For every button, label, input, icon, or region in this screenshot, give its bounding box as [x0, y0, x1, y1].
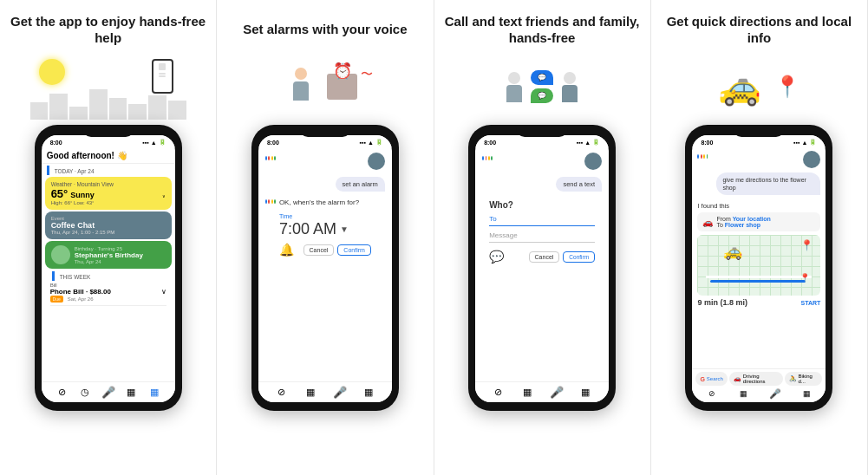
alarm-buttons: Cancel Confirm — [303, 244, 371, 256]
phone-notch-2 — [299, 125, 351, 137]
google-assistant-logo-3 — [482, 156, 493, 166]
birthday-name: Stephanie's Birthday — [75, 251, 143, 259]
nav-home-icon[interactable]: ▦ — [148, 387, 160, 399]
person-illustration-3b — [562, 72, 578, 102]
panel3-illustration: 💬 💬 — [443, 52, 642, 121]
assistant-response-2: OK, when's the alarm for? — [265, 198, 385, 210]
nav-keyboard-icon-4[interactable]: ▦ — [737, 387, 749, 400]
chat-bubbles: 💬 💬 — [531, 70, 553, 103]
directions-card: 🚗 From Your location To Flower shop — [697, 212, 820, 231]
buildings-illustration — [30, 89, 186, 120]
nav-keyboard-icon[interactable]: ▦ — [125, 387, 137, 399]
nav-explore-icon-4[interactable]: ⊘ — [706, 387, 718, 400]
panel4-illustration: 🚕 📍 — [660, 52, 858, 121]
weather-card: Weather · Mountain View 65° Sunny ∨ High… — [45, 177, 172, 210]
nav-mic-icon[interactable]: 🎤 — [102, 387, 114, 399]
panel-alarm: Set alarms with your voice ⏰ 〜 8:00 ▪▪▪▲… — [217, 0, 434, 475]
nav-mic-icon-3[interactable]: 🎤 — [551, 387, 563, 399]
time-field-label: Time — [279, 213, 385, 219]
start-navigation-button[interactable]: START — [801, 300, 821, 306]
speech-bubble-green: 💬 — [531, 88, 553, 103]
bottom-nav-4: G Search 🚗 Driving directions 🚴 Biking d… — [692, 368, 826, 402]
sms-action-row: 💬 Cancel Confirm — [489, 250, 595, 264]
search-tab[interactable]: G Search — [695, 372, 727, 386]
bill-date: Sat, Apr 26 — [68, 296, 94, 302]
speech-bubble-blue: 💬 — [531, 70, 553, 85]
nav-keyboard-icon-2[interactable]: ▦ — [304, 387, 317, 399]
user-bubble-3: send a text — [556, 177, 602, 192]
to-field[interactable]: To — [489, 215, 595, 226]
nav-explore-icon[interactable]: ⊘ — [55, 387, 68, 399]
phone-notch — [82, 125, 134, 137]
event-time: Thu, Apr 24, 1:00 - 2:15 PM — [51, 230, 166, 235]
phone-screen-4: 8:00 ▪▪▪▲🔋 give me directions to th — [692, 135, 826, 402]
user-bubble-4: give me directions to the flower shop — [716, 172, 820, 195]
nav-explore-icon-2[interactable]: ⊘ — [276, 387, 288, 399]
due-badge: Due — [50, 296, 63, 303]
panel-text: Call and text friends and family, hands-… — [434, 0, 651, 475]
bottom-nav-2: ⊘ ▦ 🎤 ▦ — [258, 381, 392, 402]
time-dropdown-icon[interactable]: ▼ — [340, 224, 349, 234]
google-assistant-logo-4 — [697, 154, 708, 165]
text-confirm-button[interactable]: Confirm — [563, 251, 595, 263]
nav-calendar-icon-2[interactable]: ▦ — [362, 387, 375, 399]
alarm-action-row: 🔔 Cancel Confirm — [279, 243, 371, 257]
nav-calendar-icon-3[interactable]: ▦ — [579, 387, 591, 399]
who-label: Who? — [489, 200, 595, 210]
car-illustration: 🚕 — [718, 67, 761, 107]
bike-tab-icon: 🚴 — [789, 375, 797, 382]
phone-screen-2: 8:00 ▪▪▪▲🔋 set an — [258, 135, 392, 402]
nav-mic-icon-2[interactable]: 🎤 — [334, 387, 346, 399]
google-assistant-logo — [265, 156, 276, 166]
eta-text: 9 min (1.8 mi) — [697, 298, 747, 307]
alarm-time-value: 7:00 AM ▼ — [279, 220, 385, 238]
time-display-3: 8:00 — [484, 140, 496, 146]
user-bubble-2: set an alarm — [336, 177, 385, 192]
greeting-text: Good afternoon! 👋 — [42, 147, 175, 164]
bill-section: THIS WEEK Bill Phone Bill · $88.00 ∨ Due… — [47, 271, 170, 306]
message-field[interactable]: Message — [489, 231, 595, 243]
alarm-cancel-button[interactable]: Cancel — [303, 244, 335, 256]
event-title: Coffee Chat — [51, 221, 166, 230]
panel-hands-free: Get the app to enjoy hands-free help — [0, 0, 217, 475]
alarm-clock-illustration: ⏰ — [333, 62, 352, 81]
small-phone-illustration — [152, 59, 173, 94]
nav-mic-icon-4[interactable]: 🎤 — [769, 387, 781, 400]
map-pin-illustration: 📍 — [774, 75, 800, 99]
status-icons-3: ▪▪▪▲🔋 — [577, 139, 600, 146]
phone-screen-1: 8:00 ▪▪▪▲🔋 Good afternoon! 👋 TODAY · Apr… — [42, 135, 175, 402]
weather-label: Weather · Mountain View — [51, 181, 166, 187]
biking-tab[interactable]: 🚴 Biking d... — [785, 372, 823, 386]
person-illustration-3a — [506, 72, 522, 102]
weather-highlow: High: 66° Low: 43° — [51, 200, 166, 205]
weather-temp: 65° — [51, 187, 69, 200]
nav-calendar-icon-4[interactable]: ▦ — [800, 387, 813, 400]
text-cancel-button[interactable]: Cancel — [529, 251, 560, 263]
birthday-date: Thu, Apr 24 — [75, 259, 143, 264]
map-road — [706, 276, 812, 278]
today-label: TODAY · Apr 24 — [47, 166, 170, 175]
map-destination-pin: 📍 — [800, 239, 813, 251]
sun-illustration — [39, 59, 65, 85]
panel4-title: Get quick directions and local info — [660, 12, 858, 47]
nav-explore-icon-3[interactable]: ⊘ — [493, 387, 505, 399]
phone-screen-3: 8:00 ▪▪▪▲🔋 send a text — [475, 135, 609, 402]
user-avatar-2 — [368, 153, 385, 170]
sound-wave-illustration: 〜 — [361, 67, 373, 82]
status-icons: ▪▪▪▲🔋 — [142, 139, 166, 146]
driving-tab[interactable]: 🚗 Driving directions — [729, 372, 783, 386]
status-icons-2: ▪▪▪▲🔋 — [359, 139, 382, 146]
directions-car-icon: 🚗 — [702, 218, 713, 227]
status-bar-4: 8:00 ▪▪▪▲🔋 — [692, 135, 826, 147]
car-tab-icon: 🚗 — [734, 375, 741, 382]
nav-keyboard-icon-3[interactable]: ▦ — [521, 387, 533, 399]
phone-mockup-1: 8:00 ▪▪▪▲🔋 Good afternoon! 👋 TODAY · Apr… — [35, 125, 182, 411]
panel-directions: Get quick directions and local info 🚕 📍 … — [651, 0, 868, 475]
alarm-confirm-button[interactable]: Confirm — [337, 244, 371, 256]
map-route — [710, 280, 806, 283]
nav-history-icon[interactable]: ◷ — [79, 387, 91, 399]
google-g-icon: G — [700, 376, 704, 382]
google-dot-small — [265, 199, 276, 210]
panel2-title: Set alarms with your voice — [243, 12, 407, 47]
time-display-2: 8:00 — [267, 140, 279, 146]
